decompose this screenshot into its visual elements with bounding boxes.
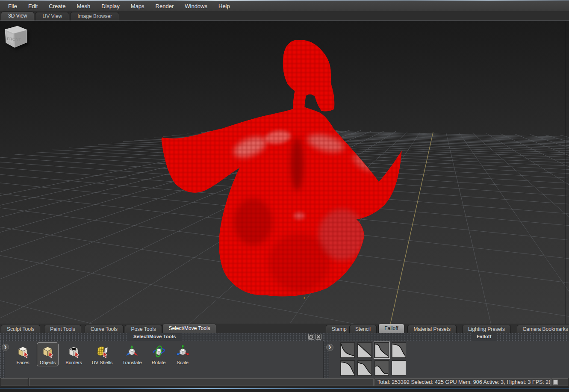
tool-tab-select-move-tools[interactable]: Select/Move Tools: [162, 324, 216, 333]
3d-viewport[interactable]: FRONT: [0, 21, 569, 324]
menu-windows[interactable]: Windows: [179, 2, 213, 11]
tray-tab-lighting-presets[interactable]: Lighting Presets: [462, 325, 511, 333]
view-cube-label: FRONT: [7, 36, 21, 42]
mesh-statistics: Total: 253392 Selected: 425 GPU Mem: 906…: [374, 378, 551, 386]
objects-cube-icon: [41, 345, 55, 359]
falloff-convex-drop[interactable]: [340, 360, 355, 376]
tray-tab-stencil[interactable]: Stencil: [349, 325, 377, 333]
falloff-constant-curve-icon: [392, 361, 406, 375]
status-segment-grip: [551, 378, 568, 386]
tool-label: Objects: [40, 360, 56, 365]
falloff-wave-drop[interactable]: [357, 360, 372, 376]
falloff-constant[interactable]: [392, 360, 406, 376]
status-segment-empty-2: [29, 378, 374, 386]
tab-3d-view[interactable]: 3D View: [1, 12, 34, 21]
tool-tab-sculpt-tools[interactable]: Sculpt Tools: [1, 325, 40, 333]
falloff-ease-out-steep-curve-icon: [341, 343, 354, 357]
tool-rotate[interactable]: Rotate: [149, 342, 169, 366]
falloff-convex-drop-curve-icon: [341, 361, 354, 375]
falloff-ease-linear-curve-icon: [358, 343, 371, 357]
window-bottom-edge: [0, 386, 569, 392]
falloff-hold-drop-curve-icon: [392, 343, 406, 357]
tool-label: Translate: [122, 360, 142, 365]
menu-display[interactable]: Display: [96, 2, 125, 11]
scale-icon: [176, 345, 190, 359]
tool-faces[interactable]: Faces: [13, 342, 33, 366]
menu-help[interactable]: Help: [213, 2, 236, 11]
tab-image-browser[interactable]: Image Browser: [70, 12, 119, 21]
menu-edit[interactable]: Edit: [23, 2, 43, 11]
faces-cube-icon: [16, 345, 30, 359]
tool-tab-pose-tools[interactable]: Pose Tools: [125, 325, 162, 333]
tool-objects[interactable]: Objects: [37, 342, 59, 366]
tool-label: Borders: [65, 360, 82, 365]
falloff-smooth-step-curve-icon: [375, 343, 389, 357]
status-bar: Total: 253392 Selected: 425 GPU Mem: 906…: [0, 378, 569, 386]
tool-borders[interactable]: Borders: [62, 342, 85, 366]
tool-label: Rotate: [152, 360, 165, 365]
menu-maps[interactable]: Maps: [125, 2, 150, 11]
menu-create[interactable]: Create: [43, 2, 71, 11]
window-top-edge: [0, 0, 569, 1]
tab-uv-view[interactable]: UV View: [35, 12, 69, 21]
tray-tab-material-presets[interactable]: Material Presets: [407, 325, 457, 333]
tool-label: Scale: [177, 360, 189, 365]
falloff-ease-out-steep[interactable]: [340, 342, 355, 358]
right-panel-title: Falloff: [472, 333, 497, 341]
collapse-right-tray-chevron-icon[interactable]: ❯: [326, 344, 333, 351]
tray-tab-falloff[interactable]: Falloff: [378, 324, 404, 333]
tool-tab-paint-tools[interactable]: Paint Tools: [44, 325, 81, 333]
falloff-wave-drop-curve-icon: [358, 361, 371, 375]
select-move-tools-tray: ❯ Faces Objects Borders UV Shells Transl…: [0, 341, 324, 378]
menu-file[interactable]: File: [3, 2, 23, 11]
tool-scale[interactable]: Scale: [173, 342, 193, 366]
float-panel-icon[interactable]: [308, 334, 314, 340]
view-cube[interactable]: FRONT: [0, 21, 31, 52]
uv-shells-icon: [95, 345, 109, 359]
tool-label: Faces: [17, 360, 29, 365]
tray-tab-stamp[interactable]: Stamp: [326, 325, 353, 333]
translate-icon: [125, 345, 139, 359]
left-panel-title: Select/Move Tools: [128, 333, 181, 341]
view-tab-bar: 3D ViewUV ViewImage Browser: [0, 11, 569, 21]
falloff-tray: ❯: [324, 341, 569, 378]
tool-tab-bar: Sculpt ToolsPaint ToolsCurve ToolsPose T…: [0, 324, 569, 333]
borders-cube-icon: [67, 345, 81, 359]
falloff-smooth-step[interactable]: [374, 342, 389, 358]
tool-uv-shells[interactable]: UV Shells: [89, 342, 115, 366]
rotate-icon: [152, 345, 166, 359]
falloff-ease-linear[interactable]: [357, 342, 372, 358]
tool-tray: ❯ Faces Objects Borders UV Shells Transl…: [0, 341, 569, 378]
left-panel-header: Select/Move Tools: [0, 333, 324, 341]
tool-label: UV Shells: [92, 360, 112, 365]
falloff-low-shelf[interactable]: [374, 360, 389, 376]
falloff-low-shelf-curve-icon: [375, 361, 389, 375]
creature-model-selected[interactable]: [0, 21, 569, 324]
collapse-left-tray-chevron-icon[interactable]: ❯: [2, 344, 9, 351]
falloff-hold-drop[interactable]: [392, 342, 406, 358]
panel-headers: Select/Move Tools Falloff: [0, 333, 569, 341]
menu-mesh[interactable]: Mesh: [71, 2, 96, 11]
status-segment-empty-1: [1, 378, 28, 386]
viewport-right-edge: [565, 21, 566, 324]
menu-render[interactable]: Render: [150, 2, 180, 11]
tool-tab-curve-tools[interactable]: Curve Tools: [85, 325, 124, 333]
close-panel-icon[interactable]: [315, 334, 321, 340]
resize-grip[interactable]: [553, 380, 558, 385]
menu-bar: FileEditCreateMeshDisplayMapsRenderWindo…: [0, 1, 569, 11]
right-panel-header: Falloff: [324, 333, 569, 341]
tool-translate[interactable]: Translate: [119, 342, 144, 366]
tray-tab-camera-bookmarks[interactable]: Camera Bookmarks: [517, 325, 569, 333]
